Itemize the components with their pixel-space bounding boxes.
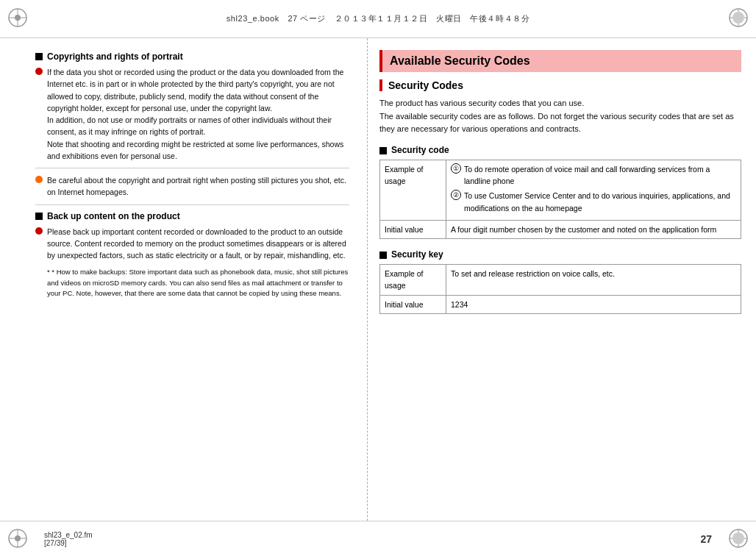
right-column: Available Security Codes Security Codes … bbox=[368, 38, 756, 521]
section2-heading: Back up content on the product bbox=[35, 211, 349, 221]
section2-title: Back up content on the product bbox=[47, 211, 180, 221]
footer-page-ref: [27/39] bbox=[44, 539, 93, 547]
bullet-text-3: Please back up important content recorde… bbox=[47, 226, 349, 262]
bullet-text-2: Be careful about the copyright and portr… bbox=[47, 174, 349, 199]
numbered-item-2: ② To use Customer Service Center and to … bbox=[451, 190, 736, 214]
section1-title: Copyrights and rights of portrait bbox=[47, 51, 183, 62]
footer-bar: shl23_e_02.fm [27/39] 27 bbox=[0, 521, 756, 556]
red-circle-icon-1 bbox=[35, 68, 43, 75]
table-row: Initial value 1234 bbox=[380, 295, 741, 313]
security-key-heading: Security key bbox=[379, 249, 741, 260]
table-cell-content: To set and release restriction on voice … bbox=[446, 265, 741, 296]
red-circle-icon-2 bbox=[35, 227, 43, 235]
footer-filename: shl23_e_02.fm bbox=[44, 531, 93, 539]
numbered-text-1: To do remote operation of voice mail and… bbox=[464, 163, 736, 188]
divider-2 bbox=[35, 204, 349, 205]
security-code-heading: Security code bbox=[379, 145, 741, 155]
section2-icon bbox=[35, 213, 43, 220]
security-code-table: Example of usage ① To do remote operatio… bbox=[379, 160, 741, 239]
section1-icon bbox=[35, 53, 43, 60]
security-code-title: Security code bbox=[391, 145, 449, 155]
footer-page-number: 27 bbox=[700, 533, 712, 545]
numbered-text-2: To use Customer Service Center and to do… bbox=[464, 190, 736, 214]
table-row: Example of usage To set and release rest… bbox=[380, 265, 741, 296]
footer-left: shl23_e_02.fm [27/39] bbox=[44, 531, 93, 547]
bullet-text-1: If the data you shot or recorded using t… bbox=[47, 66, 349, 162]
main-title-box: Available Security Codes bbox=[379, 50, 741, 72]
table-row: Initial value A four digit number chosen… bbox=[380, 220, 741, 238]
security-key-title: Security key bbox=[391, 249, 443, 260]
table-cell-content: ① To do remote operation of voice mail a… bbox=[446, 160, 741, 220]
table-cell-label: Example of usage bbox=[380, 160, 446, 220]
section1-heading: Copyrights and rights of portrait bbox=[35, 51, 349, 62]
bullet-item-2: Be careful about the copyright and portr… bbox=[35, 174, 349, 199]
orange-circle-icon-1 bbox=[35, 176, 43, 183]
security-key-table: Example of usage To set and release rest… bbox=[379, 264, 741, 314]
table-cell-label: Initial value bbox=[380, 220, 446, 238]
numbered-item-1: ① To do remote operation of voice mail a… bbox=[451, 163, 736, 188]
num-circle-1: ① bbox=[451, 163, 461, 174]
sub-title: Security Codes bbox=[379, 79, 741, 91]
security-key-icon bbox=[379, 252, 387, 259]
security-code-icon bbox=[379, 147, 387, 154]
bullet-item-3: Please back up important content recorde… bbox=[35, 226, 349, 262]
header-text: shl23_e.book 27 ページ ２０１３年１１月１２日 火曜日 午後４時… bbox=[227, 13, 529, 24]
small-note: * * How to make backups: Store important… bbox=[47, 267, 349, 299]
divider-1 bbox=[35, 168, 349, 168]
table-cell-content: 1234 bbox=[446, 295, 741, 313]
table-cell-label: Example of usage bbox=[380, 265, 446, 296]
header-bar: shl23_e.book 27 ページ ２０１３年１１月１２日 火曜日 午後４時… bbox=[0, 0, 756, 38]
bullet-item-1: If the data you shot or recorded using t… bbox=[35, 66, 349, 162]
table-cell-label: Initial value bbox=[380, 295, 446, 313]
main-title-text: Available Security Codes bbox=[390, 54, 530, 67]
intro-text: The product has various security codes t… bbox=[379, 97, 741, 136]
table-cell-content: A four digit number chosen by the custom… bbox=[446, 220, 741, 238]
left-column: Copyrights and rights of portrait If the… bbox=[0, 38, 368, 521]
main-content: Copyrights and rights of portrait If the… bbox=[0, 38, 756, 521]
table-row: Example of usage ① To do remote operatio… bbox=[380, 160, 741, 220]
num-circle-2: ② bbox=[451, 190, 461, 200]
small-note-text: * How to make backups: Store important d… bbox=[47, 268, 348, 297]
